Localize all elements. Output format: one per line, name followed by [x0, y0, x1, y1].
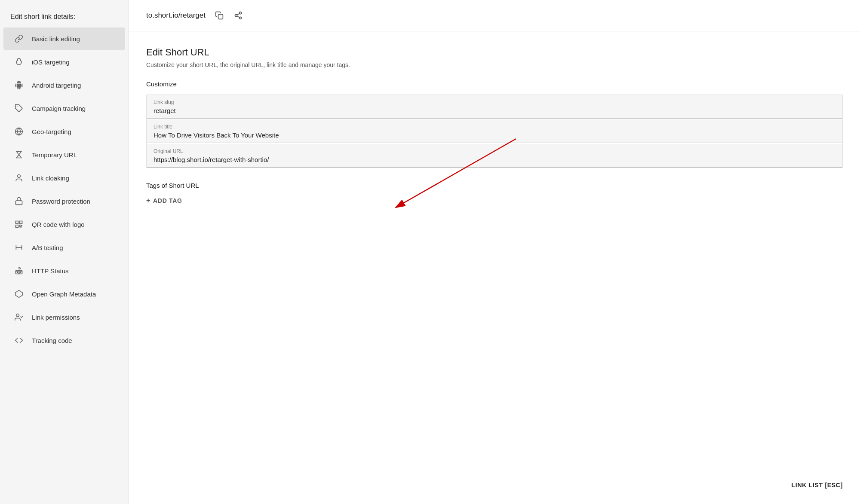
- sidebar-item-android-targeting[interactable]: Android targeting: [3, 74, 125, 96]
- link-icon: [14, 34, 24, 44]
- field-label-2: Original URL: [154, 148, 835, 154]
- section-subtitle: Customize your short URL, the original U…: [146, 61, 843, 68]
- sidebar-item-label-android-targeting: Android targeting: [32, 82, 81, 89]
- sidebar-item-ios-targeting[interactable]: iOS targeting: [3, 51, 125, 73]
- lock-icon: [14, 196, 24, 206]
- sidebar-item-label-http-status: HTTP Status: [32, 267, 69, 275]
- content-area: Edit Short URL Customize your short URL,…: [129, 31, 860, 504]
- sidebar-item-link-cloaking[interactable]: Link cloaking: [3, 167, 125, 189]
- sidebar-item-label-ios-targeting: iOS targeting: [32, 58, 70, 66]
- plus-icon: +: [146, 197, 150, 205]
- sidebar-item-tracking-code[interactable]: Tracking code: [3, 329, 125, 351]
- svg-point-3: [18, 175, 21, 178]
- share-button[interactable]: [231, 9, 245, 22]
- ab-icon: [14, 242, 24, 253]
- sidebar-item-label-password-protection: Password protection: [32, 198, 90, 205]
- sidebar-item-label-geo-targeting: Geo-targeting: [32, 128, 71, 135]
- sidebar-header: Edit short link details:: [0, 4, 129, 27]
- tags-section: Tags of Short URL + ADD TAG: [146, 182, 843, 206]
- apple-icon: [14, 57, 24, 67]
- sidebar-item-ab-testing[interactable]: A/B testing: [3, 236, 125, 259]
- person-icon: [14, 173, 24, 183]
- customize-label: Customize: [146, 80, 843, 88]
- sidebar-item-link-permissions[interactable]: Link permissions: [3, 306, 125, 328]
- sidebar-item-qr-code-with-logo[interactable]: QR code with logo: [3, 213, 125, 235]
- field-input-1[interactable]: [154, 131, 835, 139]
- tags-section-title: Tags of Short URL: [146, 182, 843, 189]
- sidebar-item-label-ab-testing: A/B testing: [32, 244, 63, 251]
- input-group-1: Link title: [147, 119, 842, 143]
- sidebar-item-temporary-url[interactable]: Temporary URL: [3, 144, 125, 166]
- field-input-0[interactable]: [154, 107, 835, 114]
- sidebar: Edit short link details: Basic link edit…: [0, 0, 129, 504]
- code-icon: [14, 335, 24, 345]
- tag-icon: [14, 103, 24, 113]
- svg-rect-5: [16, 221, 18, 224]
- sidebar-item-campaign-tracking[interactable]: Campaign tracking: [3, 97, 125, 119]
- link-list-button[interactable]: LINK LIST [ESC]: [792, 482, 843, 489]
- sidebar-item-geo-targeting[interactable]: Geo-targeting: [3, 120, 125, 143]
- globe-icon: [14, 126, 24, 137]
- svg-rect-4: [16, 201, 22, 205]
- copy-button[interactable]: [212, 9, 226, 22]
- svg-rect-7: [16, 225, 18, 228]
- input-group-2: Original URL: [147, 144, 842, 168]
- svg-point-19: [16, 314, 19, 317]
- svg-rect-20: [218, 15, 223, 19]
- svg-line-25: [237, 13, 240, 15]
- sidebar-item-open-graph-metadata[interactable]: Open Graph Metadata: [3, 283, 125, 305]
- short-url-display: to.short.io/retarget: [146, 11, 206, 20]
- field-label-1: Link title: [154, 124, 835, 130]
- add-tag-label: ADD TAG: [153, 197, 182, 204]
- sidebar-item-label-open-graph-metadata: Open Graph Metadata: [32, 290, 96, 298]
- sidebar-item-basic-link-editing[interactable]: Basic link editing: [3, 27, 125, 50]
- svg-line-24: [237, 16, 240, 17]
- svg-marker-18: [15, 290, 23, 298]
- sidebar-item-label-qr-code-with-logo: QR code with logo: [32, 221, 85, 228]
- android-icon: [14, 80, 24, 90]
- qr-icon: [14, 219, 24, 229]
- main-content: to.short.io/retarget: [129, 0, 860, 504]
- robot-icon: [14, 266, 24, 276]
- top-bar-actions: [212, 9, 245, 22]
- svg-rect-8: [20, 225, 21, 226]
- sidebar-item-http-status[interactable]: HTTP Status: [3, 260, 125, 282]
- section-title: Edit Short URL: [146, 47, 843, 58]
- hexagon-icon: [14, 289, 24, 299]
- add-tag-button[interactable]: + ADD TAG: [146, 195, 843, 206]
- sidebar-item-label-link-permissions: Link permissions: [32, 314, 80, 321]
- top-bar: to.short.io/retarget: [129, 0, 860, 31]
- sidebar-item-password-protection[interactable]: Password protection: [3, 190, 125, 212]
- fields-container: Link slugLink titleOriginal URL: [146, 95, 843, 168]
- input-group-0: Link slug: [147, 95, 842, 119]
- sidebar-item-label-tracking-code: Tracking code: [32, 337, 72, 344]
- hourglass-icon: [14, 150, 24, 160]
- person-check-icon: [14, 312, 24, 322]
- field-label-0: Link slug: [154, 99, 835, 105]
- sidebar-item-label-basic-link-editing: Basic link editing: [32, 35, 80, 43]
- sidebar-item-label-campaign-tracking: Campaign tracking: [32, 105, 86, 112]
- sidebar-item-label-temporary-url: Temporary URL: [32, 151, 77, 159]
- sidebar-item-label-link-cloaking: Link cloaking: [32, 174, 69, 182]
- svg-rect-6: [20, 221, 22, 224]
- field-input-2[interactable]: [154, 156, 835, 163]
